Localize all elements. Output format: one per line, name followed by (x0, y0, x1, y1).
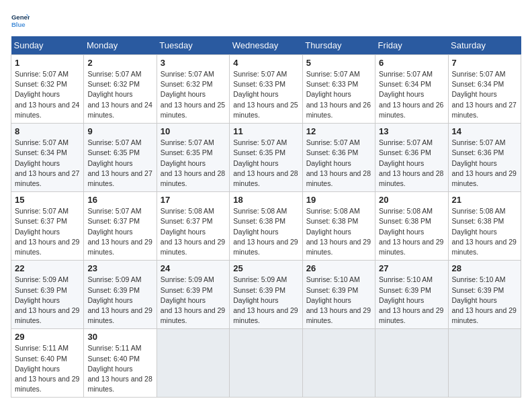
day-number: 27 (379, 263, 444, 273)
day-number: 22 (15, 263, 80, 273)
day-info: Sunrise: 5:07 AMSunset: 6:36 PMDaylight … (379, 138, 444, 189)
calendar-week-1: 1 Sunrise: 5:07 AMSunset: 6:32 PMDayligh… (11, 55, 521, 124)
day-info: Sunrise: 5:07 AMSunset: 6:32 PMDaylight … (15, 69, 80, 120)
day-number: 17 (161, 195, 226, 205)
calendar-cell (302, 329, 375, 398)
day-info: Sunrise: 5:07 AMSunset: 6:32 PMDaylight … (87, 69, 152, 120)
calendar-cell: 6 Sunrise: 5:07 AMSunset: 6:34 PMDayligh… (375, 55, 448, 124)
day-info: Sunrise: 5:10 AMSunset: 6:39 PMDaylight … (379, 275, 444, 326)
day-info: Sunrise: 5:10 AMSunset: 6:39 PMDaylight … (452, 275, 517, 326)
calendar-cell: 19 Sunrise: 5:08 AMSunset: 6:38 PMDaylig… (302, 192, 375, 261)
day-info: Sunrise: 5:07 AMSunset: 6:34 PMDaylight … (452, 69, 517, 120)
calendar-table: SundayMondayTuesdayWednesdayThursdayFrid… (11, 36, 521, 398)
day-info: Sunrise: 5:11 AMSunset: 6:40 PMDaylight … (87, 343, 152, 394)
calendar-cell: 20 Sunrise: 5:08 AMSunset: 6:38 PMDaylig… (375, 192, 448, 261)
weekday-header-row: SundayMondayTuesdayWednesdayThursdayFrid… (11, 36, 521, 55)
logo-icon: General Blue (11, 11, 30, 30)
calendar-cell: 25 Sunrise: 5:09 AMSunset: 6:39 PMDaylig… (230, 261, 302, 329)
calendar-cell: 23 Sunrise: 5:09 AMSunset: 6:39 PMDaylig… (84, 261, 157, 329)
calendar-cell: 18 Sunrise: 5:08 AMSunset: 6:38 PMDaylig… (230, 192, 302, 261)
day-number: 20 (379, 195, 444, 205)
calendar-week-3: 15 Sunrise: 5:07 AMSunset: 6:37 PMDaylig… (11, 192, 521, 261)
day-info: Sunrise: 5:11 AMSunset: 6:40 PMDaylight … (15, 343, 80, 394)
day-info: Sunrise: 5:07 AMSunset: 6:34 PMDaylight … (379, 69, 444, 120)
day-info: Sunrise: 5:09 AMSunset: 6:39 PMDaylight … (233, 275, 298, 326)
day-number: 9 (87, 126, 152, 136)
day-info: Sunrise: 5:07 AMSunset: 6:33 PMDaylight … (233, 69, 298, 120)
day-number: 18 (233, 195, 298, 205)
day-number: 16 (87, 195, 152, 205)
day-number: 13 (379, 126, 444, 136)
calendar-cell: 3 Sunrise: 5:07 AMSunset: 6:32 PMDayligh… (157, 55, 229, 124)
calendar-cell (448, 329, 521, 398)
calendar-cell (375, 329, 448, 398)
day-number: 7 (452, 58, 517, 68)
calendar-cell: 21 Sunrise: 5:08 AMSunset: 6:38 PMDaylig… (448, 192, 521, 261)
day-number: 3 (161, 58, 226, 68)
calendar-cell: 13 Sunrise: 5:07 AMSunset: 6:36 PMDaylig… (375, 124, 448, 192)
day-number: 8 (15, 126, 80, 136)
day-number: 24 (161, 263, 226, 273)
day-number: 15 (15, 195, 80, 205)
day-info: Sunrise: 5:09 AMSunset: 6:39 PMDaylight … (161, 275, 226, 326)
day-info: Sunrise: 5:07 AMSunset: 6:32 PMDaylight … (161, 69, 226, 120)
calendar-cell: 15 Sunrise: 5:07 AMSunset: 6:37 PMDaylig… (11, 192, 84, 261)
day-number: 14 (452, 126, 517, 136)
day-number: 21 (452, 195, 517, 205)
calendar-cell (157, 329, 229, 398)
calendar-cell: 2 Sunrise: 5:07 AMSunset: 6:32 PMDayligh… (84, 55, 157, 124)
day-number: 23 (87, 263, 152, 273)
day-info: Sunrise: 5:07 AMSunset: 6:35 PMDaylight … (233, 138, 298, 189)
day-info: Sunrise: 5:07 AMSunset: 6:37 PMDaylight … (15, 206, 80, 257)
calendar-cell: 28 Sunrise: 5:10 AMSunset: 6:39 PMDaylig… (448, 261, 521, 329)
weekday-header-friday: Friday (375, 36, 448, 55)
day-number: 26 (306, 263, 371, 273)
day-number: 30 (87, 332, 152, 342)
calendar-cell: 29 Sunrise: 5:11 AMSunset: 6:40 PMDaylig… (11, 329, 84, 398)
day-info: Sunrise: 5:08 AMSunset: 6:37 PMDaylight … (161, 206, 226, 257)
page-header: General Blue (11, 11, 521, 30)
day-info: Sunrise: 5:07 AMSunset: 6:35 PMDaylight … (87, 138, 152, 189)
day-number: 2 (87, 58, 152, 68)
day-info: Sunrise: 5:09 AMSunset: 6:39 PMDaylight … (15, 275, 80, 326)
day-number: 4 (233, 58, 298, 68)
day-info: Sunrise: 5:07 AMSunset: 6:36 PMDaylight … (306, 138, 371, 189)
day-number: 1 (15, 58, 80, 68)
calendar-cell: 9 Sunrise: 5:07 AMSunset: 6:35 PMDayligh… (84, 124, 157, 192)
calendar-cell: 4 Sunrise: 5:07 AMSunset: 6:33 PMDayligh… (230, 55, 302, 124)
day-number: 19 (306, 195, 371, 205)
weekday-header-thursday: Thursday (302, 36, 375, 55)
calendar-cell: 24 Sunrise: 5:09 AMSunset: 6:39 PMDaylig… (157, 261, 229, 329)
calendar-cell: 30 Sunrise: 5:11 AMSunset: 6:40 PMDaylig… (84, 329, 157, 398)
day-number: 29 (15, 332, 80, 342)
calendar-cell: 10 Sunrise: 5:07 AMSunset: 6:35 PMDaylig… (157, 124, 229, 192)
weekday-header-monday: Monday (84, 36, 157, 55)
calendar-cell: 17 Sunrise: 5:08 AMSunset: 6:37 PMDaylig… (157, 192, 229, 261)
day-info: Sunrise: 5:07 AMSunset: 6:33 PMDaylight … (306, 69, 371, 120)
calendar-cell: 27 Sunrise: 5:10 AMSunset: 6:39 PMDaylig… (375, 261, 448, 329)
day-number: 12 (306, 126, 371, 136)
calendar-cell: 16 Sunrise: 5:07 AMSunset: 6:37 PMDaylig… (84, 192, 157, 261)
day-number: 6 (379, 58, 444, 68)
weekday-header-tuesday: Tuesday (157, 36, 229, 55)
day-info: Sunrise: 5:08 AMSunset: 6:38 PMDaylight … (452, 206, 517, 257)
day-number: 10 (161, 126, 226, 136)
day-info: Sunrise: 5:07 AMSunset: 6:34 PMDaylight … (15, 138, 80, 189)
calendar-cell: 14 Sunrise: 5:07 AMSunset: 6:36 PMDaylig… (448, 124, 521, 192)
day-info: Sunrise: 5:07 AMSunset: 6:37 PMDaylight … (87, 206, 152, 257)
day-info: Sunrise: 5:10 AMSunset: 6:39 PMDaylight … (306, 275, 371, 326)
day-info: Sunrise: 5:08 AMSunset: 6:38 PMDaylight … (233, 206, 298, 257)
calendar-cell: 1 Sunrise: 5:07 AMSunset: 6:32 PMDayligh… (11, 55, 84, 124)
calendar-cell: 5 Sunrise: 5:07 AMSunset: 6:33 PMDayligh… (302, 55, 375, 124)
calendar-cell: 12 Sunrise: 5:07 AMSunset: 6:36 PMDaylig… (302, 124, 375, 192)
calendar-cell: 7 Sunrise: 5:07 AMSunset: 6:34 PMDayligh… (448, 55, 521, 124)
calendar-cell: 22 Sunrise: 5:09 AMSunset: 6:39 PMDaylig… (11, 261, 84, 329)
day-number: 28 (452, 263, 517, 273)
calendar-week-2: 8 Sunrise: 5:07 AMSunset: 6:34 PMDayligh… (11, 124, 521, 192)
weekday-header-sunday: Sunday (11, 36, 84, 55)
logo: General Blue (11, 11, 31, 30)
calendar-cell: 26 Sunrise: 5:10 AMSunset: 6:39 PMDaylig… (302, 261, 375, 329)
day-info: Sunrise: 5:08 AMSunset: 6:38 PMDaylight … (306, 206, 371, 257)
calendar-cell: 8 Sunrise: 5:07 AMSunset: 6:34 PMDayligh… (11, 124, 84, 192)
day-number: 25 (233, 263, 298, 273)
